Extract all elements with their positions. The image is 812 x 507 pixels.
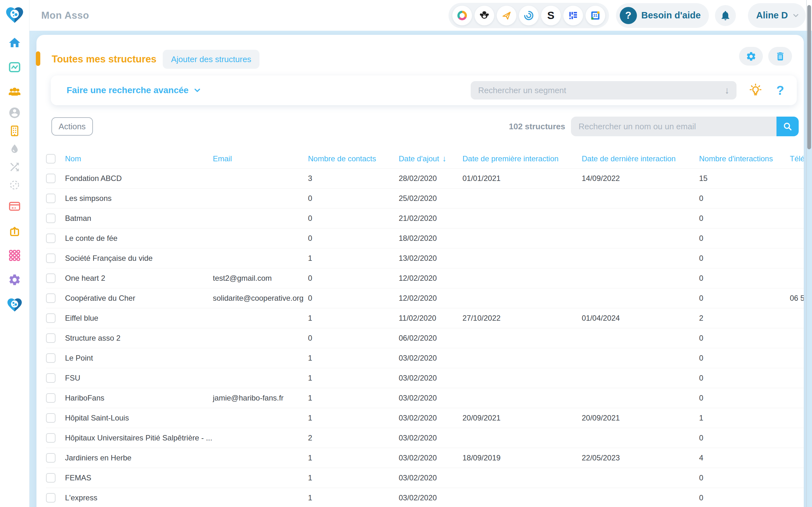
table-row[interactable]: Coopérative du Cher solidarite@cooperati… — [46, 288, 804, 308]
cell-contacts: 0 — [308, 294, 399, 302]
column-header-derniere-interaction[interactable]: Date de dernière interaction — [582, 154, 699, 163]
name-email-search-input[interactable] — [571, 117, 776, 136]
advanced-search-toggle[interactable]: Faire une recherche avancée — [67, 85, 202, 95]
cell-interactions: 0 — [699, 194, 790, 203]
sidebar-item-analytics[interactable] — [6, 58, 23, 76]
integration-brevo[interactable] — [519, 6, 539, 25]
row-checkbox[interactable] — [46, 193, 55, 203]
table-row[interactable]: Hôpital Saint-Louis 1 03/02/2020 20/09/2… — [46, 408, 804, 428]
sidebar-item-donations[interactable] — [6, 140, 23, 158]
user-menu[interactable]: Aline D — [748, 3, 806, 28]
cell-premiere-interaction: 27/10/2022 — [462, 314, 582, 323]
sidebar-item-flows[interactable] — [6, 158, 23, 176]
row-checkbox[interactable] — [46, 274, 55, 283]
delete-button[interactable] — [768, 47, 792, 66]
search-submit-button[interactable] — [776, 117, 799, 136]
integration-send[interactable] — [497, 6, 516, 25]
row-checkbox[interactable] — [46, 473, 55, 483]
sidebar-item-segments[interactable] — [6, 176, 23, 194]
select-all-checkbox[interactable] — [46, 154, 55, 164]
table-row[interactable]: HariboFans jamie@haribo-fans.fr 1 03/02/… — [46, 388, 804, 408]
table-row[interactable]: L'express 1 03/02/2020 0 — [46, 488, 804, 507]
cell-interactions: 0 — [699, 214, 790, 223]
integration-s[interactable]: S — [541, 6, 561, 25]
row-checkbox[interactable] — [46, 253, 55, 263]
column-header-contacts[interactable]: Nombre de contacts — [308, 154, 399, 163]
actions-button[interactable]: Actions — [51, 117, 93, 135]
row-checkbox[interactable] — [46, 493, 55, 503]
table-row[interactable]: Hôpitaux Universitaires Pitié Salpêtrièr… — [46, 428, 804, 448]
cell-date-ajout: 18/02/2020 — [399, 234, 462, 243]
cell-contacts: 1 — [308, 314, 399, 323]
app-logo[interactable] — [4, 5, 25, 25]
integration-ring[interactable] — [452, 6, 472, 25]
table-row[interactable]: One heart 2 test2@gmail.com 0 12/02/2020… — [46, 268, 804, 288]
cell-nom: One heart 2 — [65, 274, 213, 283]
notifications-button[interactable] — [715, 5, 736, 26]
toolbar-help-button[interactable]: ? — [776, 83, 784, 98]
sidebar-item-import[interactable] — [6, 222, 23, 240]
row-checkbox[interactable] — [46, 433, 55, 443]
table-settings-button[interactable] — [739, 47, 763, 66]
table-header-row: Nom Email Nombre de contacts Date d'ajou… — [46, 149, 804, 169]
structures-table: Nom Email Nombre de contacts Date d'ajou… — [46, 149, 804, 507]
cell-contacts: 1 — [308, 453, 399, 462]
row-checkbox[interactable] — [46, 314, 55, 323]
scrollbar-thumb[interactable] — [807, 5, 811, 149]
table-row[interactable]: Le conte de fée 0 18/02/2020 0 — [46, 228, 804, 248]
suggestions-button[interactable] — [748, 83, 763, 98]
row-checkbox[interactable] — [46, 393, 55, 403]
cell-nom: Hôpitaux Universitaires Pitié Salpêtrièr… — [65, 434, 213, 442]
table-row[interactable]: FEMAS 1 03/02/2020 0 — [46, 468, 804, 488]
column-header-email[interactable]: Email — [213, 154, 308, 163]
row-checkbox[interactable] — [46, 233, 55, 243]
cell-contacts: 0 — [308, 214, 399, 223]
table-row[interactable]: Société Française du vide 1 13/02/2020 0 — [46, 248, 804, 268]
column-header-telephone[interactable]: Téléphone — [790, 154, 804, 163]
table-row[interactable]: Fondation ABCD 3 28/02/2020 01/01/2021 1… — [46, 169, 804, 188]
table-row[interactable]: Batman 0 21/02/2020 0 — [46, 209, 804, 228]
row-checkbox[interactable] — [46, 413, 55, 423]
settings-gear-icon — [8, 273, 21, 286]
cell-interactions: 0 — [699, 294, 790, 302]
integration-blocks[interactable] — [563, 6, 583, 25]
row-checkbox[interactable] — [46, 373, 55, 383]
page-title: Toutes mes structures — [52, 54, 156, 65]
cell-date-ajout: 12/02/2020 — [399, 294, 462, 302]
dashed-target-icon — [9, 179, 20, 191]
table-row[interactable]: Le Point 1 03/02/2020 0 — [46, 348, 804, 368]
sidebar-item-contacts[interactable] — [6, 83, 23, 101]
row-checkbox[interactable] — [46, 293, 55, 303]
sidebar-item-contact[interactable] — [6, 104, 23, 122]
row-checkbox[interactable] — [46, 353, 55, 363]
table-row[interactable]: Structure asso 2 0 06/02/2020 0 — [46, 328, 804, 348]
segment-search-input[interactable] — [471, 81, 737, 100]
integration-calendar[interactable]: 31 — [586, 6, 605, 25]
table-row[interactable]: Les simpsons 0 25/02/2020 0 — [46, 188, 804, 209]
column-header-nom[interactable]: Nom — [65, 154, 213, 163]
row-checkbox[interactable] — [46, 333, 55, 343]
sidebar-item-structures[interactable] — [6, 122, 23, 140]
add-structures-button[interactable]: Ajouter des structures — [163, 50, 259, 69]
help-label: Besoin d'aide — [641, 10, 701, 20]
table-row[interactable]: Eiffel blue 1 11/02/2020 27/10/2022 01/0… — [46, 308, 804, 328]
ring-logo-icon — [457, 11, 467, 20]
column-header-premiere-interaction[interactable]: Date de première interaction — [462, 154, 582, 163]
cell-interactions: 2 — [699, 314, 790, 323]
column-header-date-ajout[interactable]: Date d'ajout ↓ — [399, 154, 462, 164]
column-header-interactions[interactable]: Nombre d'interactions — [699, 154, 790, 163]
help-button[interactable]: ? Besoin d'aide — [616, 3, 709, 28]
sidebar-item-settings[interactable] — [6, 271, 23, 289]
sidebar-item-payments[interactable] — [6, 198, 23, 215]
row-checkbox[interactable] — [46, 214, 55, 223]
row-checkbox[interactable] — [46, 453, 55, 463]
table-row[interactable]: Jardiniers en Herbe 1 03/02/2020 18/09/2… — [46, 448, 804, 468]
sidebar-item-home[interactable] — [6, 34, 23, 52]
integration-mailchimp[interactable] — [474, 6, 494, 25]
table-row[interactable]: FSU 1 03/02/2020 0 — [46, 368, 804, 388]
scrollbar-track[interactable] — [806, 0, 812, 507]
sidebar-item-apps[interactable] — [6, 246, 23, 264]
cell-nom: Les simpsons — [65, 194, 213, 203]
sidebar-item-brand[interactable] — [6, 296, 23, 314]
row-checkbox[interactable] — [46, 174, 55, 183]
